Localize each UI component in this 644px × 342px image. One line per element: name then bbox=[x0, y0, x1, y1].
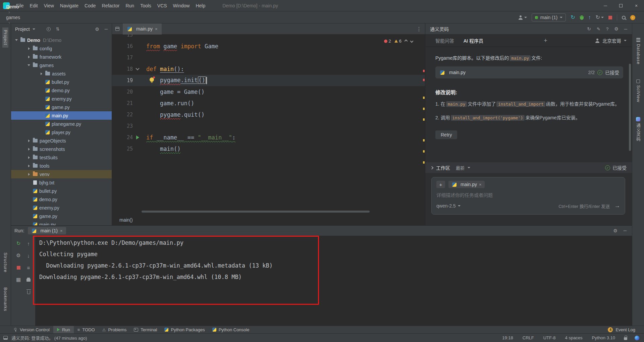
soft-wrap-icon[interactable]: ≡ bbox=[24, 262, 33, 273]
new-chat-icon[interactable]: ✎ bbox=[597, 27, 600, 31]
gear-icon[interactable]: ⚙ bbox=[613, 228, 618, 233]
expand-arrow-icon[interactable] bbox=[38, 69, 45, 78]
toolwindow-problems[interactable]: Problems bbox=[99, 326, 130, 333]
project-tree-item-testsuits[interactable]: testSuits bbox=[11, 153, 112, 162]
search-everywhere-icon[interactable] bbox=[622, 16, 626, 19]
code-line-22[interactable]: 22 pygame.quit() bbox=[112, 109, 425, 120]
stripe-item-structure[interactable]: Structure bbox=[2, 250, 8, 275]
project-tree-item-enemy-py[interactable]: enemy.py bbox=[11, 95, 112, 103]
toolwindow-run[interactable]: Run bbox=[53, 326, 74, 333]
project-tree-item-game-py[interactable]: game.py bbox=[11, 103, 112, 111]
code-line-19[interactable]: 19 pygame.init() bbox=[112, 75, 425, 86]
minimize-window-button[interactable]: ─ bbox=[598, 0, 613, 11]
breadcrumb-item-games[interactable]: games bbox=[6, 15, 31, 20]
project-tree-item-framework[interactable]: framework bbox=[11, 53, 112, 61]
ai-workspace-bar[interactable]: 工作区 最新 ✓ 已接受 bbox=[425, 162, 632, 173]
toggle-toolwindows-icon[interactable] bbox=[3, 336, 8, 340]
editor-tab-main-py[interactable]: main.py × bbox=[123, 23, 162, 35]
error-stripe-mark[interactable] bbox=[423, 150, 425, 153]
help-icon[interactable]: ? bbox=[606, 27, 608, 31]
stripe-item-database[interactable]: Database bbox=[635, 36, 641, 67]
status-4-spaces[interactable]: 4 spaces bbox=[565, 335, 583, 340]
error-stripe[interactable] bbox=[423, 35, 425, 215]
maximize-window-button[interactable] bbox=[613, 0, 629, 11]
toolwindow-version-control[interactable]: Version Control bbox=[10, 326, 53, 333]
close-window-button[interactable]: × bbox=[629, 0, 644, 11]
expand-arrow-icon[interactable] bbox=[25, 145, 32, 153]
collapse-arrow-icon[interactable] bbox=[25, 61, 32, 69]
debug-button[interactable] bbox=[580, 15, 584, 20]
menu-vcs[interactable]: VCS bbox=[154, 3, 170, 8]
breadcrumb-function[interactable]: main() bbox=[119, 217, 133, 223]
breadcrumb-item-demo[interactable]: Demo bbox=[6, 4, 31, 9]
ai-tab-智能问答[interactable]: 智能问答 bbox=[435, 37, 454, 44]
status-crlf[interactable]: CRLF bbox=[523, 335, 534, 340]
menu-refactor[interactable]: Refactor bbox=[99, 3, 123, 8]
expand-arrow-icon[interactable] bbox=[25, 44, 32, 53]
collapse-all-icon[interactable]: ⇅ bbox=[56, 27, 60, 31]
stripe-item-bookmarks[interactable]: Bookmarks bbox=[2, 285, 8, 314]
run-tab-main-1[interactable]: main (1) × bbox=[28, 227, 66, 234]
ai-file-card[interactable]: main.py 2/2 ✓ 已接受 bbox=[435, 66, 623, 78]
project-tree-item-main-py[interactable]: main.py bbox=[11, 220, 112, 225]
expand-arrow-icon[interactable] bbox=[25, 136, 32, 145]
input-method-icon[interactable] bbox=[635, 336, 639, 340]
project-tree-item-demo-py[interactable]: demo.py bbox=[11, 195, 112, 204]
stripe-item-project[interactable]: Project bbox=[2, 27, 8, 48]
run-config-select[interactable]: main (1) bbox=[532, 13, 566, 21]
run-line-icon[interactable] bbox=[136, 135, 139, 139]
gear-icon[interactable]: ⚙ bbox=[614, 26, 619, 31]
status-python-3-10[interactable]: Python 3.10 bbox=[592, 335, 615, 340]
expand-arrow-icon[interactable] bbox=[25, 53, 32, 61]
toolwindow-terminal[interactable]: Terminal bbox=[130, 326, 161, 333]
gear-icon[interactable]: ⚙ bbox=[95, 27, 99, 32]
intention-bulb-icon[interactable] bbox=[150, 77, 154, 82]
menu-run[interactable]: Run bbox=[122, 3, 137, 8]
hide-panel-icon[interactable]: ─ bbox=[624, 27, 627, 31]
code-line-23[interactable]: 23 bbox=[112, 120, 425, 132]
expand-arrow-icon[interactable] bbox=[25, 162, 32, 170]
hide-panel-icon[interactable]: ─ bbox=[105, 27, 108, 31]
settings-icon[interactable]: ⚙ bbox=[14, 250, 23, 261]
error-stripe-mark[interactable] bbox=[423, 161, 425, 164]
close-tab-icon[interactable]: × bbox=[60, 228, 63, 233]
project-tree-item-games[interactable]: games bbox=[11, 61, 112, 69]
error-stripe-mark[interactable] bbox=[423, 108, 425, 110]
new-session-icon[interactable]: + bbox=[544, 37, 547, 44]
user-account-button[interactable] bbox=[518, 15, 527, 20]
code-line-16[interactable]: 16from game import Game bbox=[112, 41, 425, 52]
code-line-24[interactable]: 24if __name__ == "__main__": bbox=[112, 132, 425, 143]
remove-context-icon[interactable]: × bbox=[479, 182, 482, 187]
ai-tab-ai-程序员[interactable]: AI 程序员 bbox=[464, 37, 483, 44]
code-line-21[interactable]: 21 game.run() bbox=[112, 98, 425, 109]
error-stripe-mark[interactable] bbox=[423, 79, 425, 81]
run-console[interactable]: D:\Python\python.exe D:/Demo/games/main.… bbox=[35, 236, 632, 326]
run-with-dropdown-button[interactable]: ↻ bbox=[596, 15, 604, 20]
down-stack-trace-icon[interactable]: ↓ bbox=[24, 250, 33, 261]
code-line-18[interactable]: 18def main(): bbox=[112, 63, 425, 75]
menu-code[interactable]: Code bbox=[82, 3, 99, 8]
menu-window[interactable]: Window bbox=[170, 3, 193, 8]
close-tab-icon[interactable]: × bbox=[155, 26, 158, 32]
toolwindow-todo[interactable]: TODO bbox=[74, 326, 99, 333]
error-stripe-mark[interactable] bbox=[423, 139, 425, 141]
project-tree-item-enemy-py[interactable]: enemy.py bbox=[11, 204, 112, 212]
code-editor[interactable]: 1516from game import Game1718def main():… bbox=[112, 35, 425, 215]
project-tree-item-demo-py[interactable]: demo.py bbox=[11, 86, 112, 95]
collapse-arrow-icon[interactable] bbox=[13, 36, 20, 44]
send-icon[interactable]: → bbox=[614, 203, 620, 209]
ai-user-menu[interactable]: 北京宏哥 bbox=[595, 37, 627, 44]
code-line-17[interactable]: 17 bbox=[112, 52, 425, 63]
retry-button[interactable]: Retry bbox=[435, 130, 457, 139]
context-file-chip[interactable]: main.py × bbox=[448, 181, 485, 188]
project-tree-item-bullet-py[interactable]: bullet.py bbox=[11, 78, 112, 86]
menu-view[interactable]: View bbox=[41, 3, 57, 8]
error-stripe-mark[interactable] bbox=[423, 118, 425, 121]
add-context-button[interactable]: + bbox=[436, 181, 445, 188]
update-notification-icon[interactable]: ↑ bbox=[630, 15, 635, 20]
toolwindow-python-console[interactable]: Python Console bbox=[209, 326, 253, 333]
ai-input-placeholder[interactable]: 详细描述你的任务或者问题 bbox=[436, 191, 620, 198]
project-view-select[interactable]: Project bbox=[15, 26, 30, 32]
fold-icon[interactable] bbox=[136, 66, 139, 70]
project-tree-item-planegame-py[interactable]: planegame.py bbox=[11, 120, 112, 128]
